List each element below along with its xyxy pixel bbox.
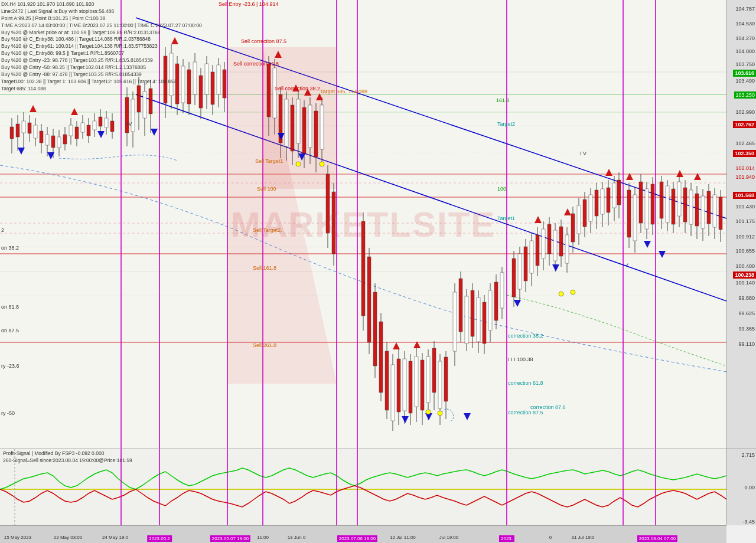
price-104-530: 104.530 bbox=[735, 21, 755, 27]
price-100-238-highlight: 100.238 bbox=[733, 272, 756, 279]
svg-rect-176 bbox=[530, 241, 533, 273]
info-panel: DX.H4 101.920 101.970 101.890 101.920 Li… bbox=[1, 1, 202, 93]
info-line8: Buy %10 @ C_Entry88: 99.5 || Target:1 R/… bbox=[1, 50, 202, 57]
sell-161-8-label: Sell 161.8 bbox=[253, 265, 276, 271]
svg-rect-204 bbox=[612, 183, 616, 208]
info-line11: Buy %20 @ Entry -88: 97.478 || Target:10… bbox=[1, 71, 202, 78]
svg-marker-266 bbox=[659, 251, 666, 258]
info-line10: Buy %20 @ Entry -50: 98.25 || Target:102… bbox=[1, 64, 202, 71]
svg-rect-112 bbox=[308, 105, 312, 148]
price-102-014: 102.014 bbox=[735, 165, 755, 171]
time-2023-05-07-highlight: 2023.05.07 19:00 bbox=[210, 535, 250, 542]
svg-rect-226 bbox=[683, 188, 687, 222]
svg-marker-240 bbox=[71, 108, 78, 115]
info-line3: Point A:99.25 | Point B:101.25 | Point C… bbox=[1, 15, 202, 22]
svg-rect-48 bbox=[63, 135, 67, 144]
chart-area: MARKETLSITE DX.H4 101.920 101.970 101.89… bbox=[0, 0, 726, 449]
correction-87-5-lower: correction 87.5 bbox=[508, 410, 543, 416]
svg-rect-224 bbox=[677, 182, 681, 216]
svg-rect-98 bbox=[267, 64, 271, 117]
svg-rect-94 bbox=[217, 65, 220, 94]
sell-261-8-label: Sell 261.8 bbox=[253, 342, 276, 348]
time-2023-08-04-highlight: 2023.08.04 07:00 bbox=[637, 535, 677, 542]
svg-rect-230 bbox=[695, 194, 699, 226]
time-22-may: 22 May 03:00 bbox=[54, 535, 82, 540]
price-100-655: 100.655 bbox=[735, 248, 755, 254]
indicator-area: Profit-Signal | Modified By FSP3 -0.092 … bbox=[0, 449, 726, 525]
svg-rect-36 bbox=[28, 123, 31, 133]
svg-marker-27 bbox=[227, 47, 337, 384]
price-100-912: 100.912 bbox=[735, 234, 755, 240]
price-102-762-highlight: 102.762 bbox=[733, 121, 756, 128]
svg-marker-262 bbox=[464, 413, 471, 420]
svg-point-270 bbox=[438, 411, 442, 416]
time-12-jul: 12 Jul 11:00 bbox=[390, 535, 416, 540]
svg-line-26 bbox=[136, 94, 726, 301]
sell-100-label: Sell 100 bbox=[257, 186, 276, 192]
svg-marker-249 bbox=[564, 208, 571, 215]
time-2023-highlight: 2023. bbox=[499, 535, 514, 542]
svg-marker-252 bbox=[676, 170, 683, 177]
svg-rect-52 bbox=[75, 127, 79, 139]
svg-rect-118 bbox=[326, 174, 330, 233]
svg-rect-108 bbox=[296, 99, 300, 143]
info-line1: DX.H4 101.920 101.970 101.890 101.920 bbox=[1, 1, 202, 8]
price-104-787: 104.787 bbox=[735, 6, 755, 12]
svg-marker-260 bbox=[402, 416, 409, 423]
sell-entry-label: Sell Entry -23.6 | 104.914 bbox=[219, 1, 278, 7]
info-line7: Buy %10 @ C_Entry61: 100.014 || Target:1… bbox=[1, 43, 202, 50]
correction-38-2-lower: correction 38.2 bbox=[508, 333, 543, 339]
info-line4: TIME A:2023.07.14 03:00:00 | TIME B:2023… bbox=[1, 22, 202, 30]
svg-marker-258 bbox=[278, 133, 285, 140]
svg-rect-40 bbox=[40, 131, 43, 143]
svg-rect-182 bbox=[548, 224, 551, 254]
price-99-365: 99.365 bbox=[738, 326, 755, 332]
svg-rect-154 bbox=[459, 279, 462, 332]
svg-rect-178 bbox=[536, 235, 539, 266]
svg-rect-116 bbox=[320, 105, 324, 149]
svg-rect-60 bbox=[99, 117, 102, 126]
svg-rect-198 bbox=[595, 190, 598, 216]
svg-rect-150 bbox=[444, 357, 448, 401]
sell-correction-38-2-label: Sell correction 38.2 bbox=[275, 86, 320, 91]
svg-line-25 bbox=[136, 18, 726, 218]
svg-marker-246 bbox=[393, 342, 400, 349]
svg-rect-166 bbox=[494, 282, 498, 320]
svg-rect-174 bbox=[524, 247, 527, 281]
sell-target2-label: Sell Target2. bbox=[253, 227, 282, 233]
svg-rect-214 bbox=[645, 189, 649, 229]
time-2023-05-highlight: 2023.05.2 bbox=[147, 535, 172, 542]
svg-rect-114 bbox=[314, 111, 318, 157]
price-99-110: 99.110 bbox=[738, 341, 755, 347]
price-99-880: 99.880 bbox=[738, 295, 755, 301]
ind-price-0-00: 0.00 bbox=[744, 485, 755, 490]
time-15-may: 15 May 2023 bbox=[4, 535, 31, 540]
svg-point-272 bbox=[571, 290, 575, 295]
svg-point-267 bbox=[296, 162, 301, 166]
on-38-2-label: on 38.2 bbox=[1, 245, 19, 251]
info-line6: Buy %10 @ C_Entry38: 100.486 || Target:1… bbox=[1, 36, 202, 43]
checkmark-label: ✓ bbox=[625, 262, 630, 268]
svg-rect-54 bbox=[81, 123, 84, 132]
svg-rect-30 bbox=[10, 127, 14, 139]
svg-rect-164 bbox=[488, 290, 492, 331]
svg-rect-64 bbox=[110, 121, 114, 132]
svg-rect-146 bbox=[432, 348, 436, 392]
svg-rect-196 bbox=[589, 195, 592, 221]
chart-container: MARKETLSITE DX.H4 101.920 101.970 101.89… bbox=[0, 0, 756, 543]
correction-61-8-lower: correction 61.8 bbox=[508, 380, 543, 386]
svg-marker-254 bbox=[18, 148, 25, 155]
svg-rect-168 bbox=[500, 273, 504, 308]
time-2023-07-06-highlight: 2023.07.06 19:00 bbox=[337, 535, 377, 542]
price-100-400: 100.400 bbox=[735, 263, 755, 269]
svg-rect-100 bbox=[273, 68, 276, 118]
svg-rect-184 bbox=[553, 230, 557, 261]
svg-marker-265 bbox=[644, 241, 651, 248]
time-24-may: 24 May 19:0 bbox=[102, 535, 128, 540]
wave-iv-left-label: IV bbox=[127, 121, 132, 127]
svg-rect-126 bbox=[373, 292, 377, 366]
price-101-175: 101.175 bbox=[735, 218, 755, 224]
price-100-140: 100.140 bbox=[735, 280, 755, 286]
svg-rect-172 bbox=[518, 254, 522, 289]
svg-point-268 bbox=[320, 162, 324, 166]
